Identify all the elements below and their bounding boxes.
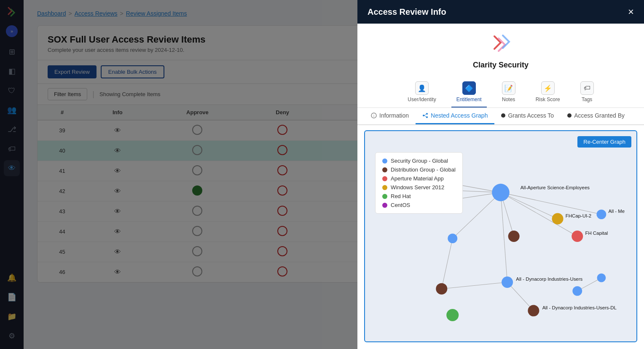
icon-tab-tags[interactable]: 🏷 Tags — [575, 78, 599, 107]
legend-dot-redhat — [382, 194, 387, 199]
app-name: Clarity Security — [473, 61, 529, 70]
node-fhcap-ui2-label: FHCap-UI-2 — [566, 213, 591, 218]
svg-line-13 — [501, 193, 507, 282]
svg-point-3 — [426, 113, 428, 115]
sub-tab-grants-access-to-label: Grants Access To — [508, 112, 554, 119]
legend-label-distribution-group: Distribution Group - Global — [391, 166, 456, 173]
access-granted-dot — [567, 113, 572, 118]
modal-body: Clarity Security 👤 User/Identity 🔷 Entit… — [357, 24, 644, 349]
graph-legend: Security Group - Global Distribution Gro… — [375, 152, 463, 214]
sub-tabs: i Information Nested Access Graph Grants… — [357, 108, 644, 125]
user-identity-icon: 👤 — [415, 81, 429, 95]
modal-overlay: Access Review Info × Clarity Security — [0, 0, 644, 349]
icon-tab-risk-score-label: Risk Score — [536, 97, 560, 102]
icon-tab-user-identity-label: User/Identity — [408, 97, 436, 102]
recenter-graph-button[interactable]: Re-Center Graph — [577, 136, 631, 148]
svg-point-4 — [426, 116, 428, 118]
icon-tab-risk-score[interactable]: ⚡ Risk Score — [531, 78, 565, 107]
svg-line-16 — [507, 282, 534, 311]
graph-container: Re-Center Graph Security Group - Global … — [357, 125, 644, 349]
sub-tab-access-granted[interactable]: Access Granted By — [561, 108, 631, 124]
icon-tabs: 👤 User/Identity 🔷 Entitlement 📝 Notes ⚡ … — [357, 75, 644, 108]
sub-tab-grants-access-to[interactable]: Grants Access To — [494, 108, 561, 124]
legend-item-redhat: Red Hat — [382, 193, 456, 199]
legend-item-centos: CentOS — [382, 202, 456, 208]
node-all-me[interactable] — [596, 209, 606, 219]
svg-line-17 — [442, 282, 507, 289]
legend-item-distribution-group: Distribution Group - Global — [382, 166, 456, 173]
node-fhcap-ui2[interactable] — [552, 213, 564, 224]
app-header: Clarity Security — [357, 24, 644, 75]
icon-tab-user-identity[interactable]: 👤 User/Identity — [402, 78, 441, 107]
risk-score-icon: ⚡ — [541, 81, 555, 95]
node-fh-capital-label: FH Capital — [585, 231, 608, 236]
icon-tab-tags-label: Tags — [582, 97, 592, 102]
legend-dot-windows-server — [382, 185, 387, 190]
notes-icon: 📝 — [502, 81, 515, 95]
svg-line-10 — [501, 193, 558, 219]
entitlement-icon: 🔷 — [462, 81, 476, 95]
node-aperture-employees-label: All-Aperture Science-Employees — [521, 185, 590, 190]
node-right-bottom2[interactable] — [597, 274, 606, 282]
legend-item-aperture-app: Aperture Material App — [382, 175, 456, 182]
legend-label-security-group: Security Group - Global — [391, 158, 448, 164]
svg-line-5 — [424, 114, 426, 116]
information-icon: i — [371, 113, 377, 118]
svg-point-2 — [423, 115, 424, 116]
node-dynacorp-users-label: All - Dynacorp Industries-Users — [516, 277, 582, 282]
node-green[interactable] — [446, 309, 459, 321]
sub-tab-information[interactable]: i Information — [364, 108, 416, 124]
node-fh-capital[interactable] — [572, 231, 583, 242]
node-mid-left[interactable] — [448, 234, 457, 243]
svg-text:i: i — [373, 114, 374, 118]
legend-label-aperture-app: Aperture Material App — [391, 175, 444, 182]
node-mid-center[interactable] — [508, 231, 520, 242]
icon-tab-entitlement-label: Entitlement — [456, 97, 482, 102]
icon-tab-notes-label: Notes — [502, 97, 515, 102]
icon-tab-entitlement[interactable]: 🔷 Entitlement — [451, 78, 487, 107]
node-aperture-employees[interactable] — [492, 184, 510, 201]
svg-line-6 — [424, 115, 426, 117]
access-review-modal: Access Review Info × Clarity Security — [357, 0, 644, 349]
graph-inner[interactable]: Re-Center Graph Security Group - Global … — [364, 130, 637, 342]
node-all-me-label: All - Me — [609, 209, 625, 214]
sub-tab-nested-access-graph[interactable]: Nested Access Graph — [416, 108, 494, 124]
svg-line-12 — [501, 193, 601, 215]
node-dynacorp-dl[interactable] — [528, 305, 539, 317]
legend-item-security-group: Security Group - Global — [382, 158, 456, 164]
sub-tab-access-granted-label: Access Granted By — [574, 112, 625, 119]
nested-access-graph-icon — [422, 113, 428, 118]
modal-title: Access Review Info — [368, 7, 446, 17]
node-dynacorp-users[interactable] — [502, 277, 513, 288]
legend-dot-centos — [382, 203, 387, 208]
legend-label-redhat: Red Hat — [391, 193, 411, 199]
node-dynacorp-dl-label: All - Dynacorp Industries-Users-DL — [542, 305, 617, 310]
modal-close-button[interactable]: × — [628, 7, 634, 17]
legend-dot-security-group — [382, 158, 387, 164]
tags-icon: 🏷 — [580, 81, 594, 95]
grants-access-dot — [501, 113, 505, 118]
svg-line-18 — [442, 239, 453, 289]
sub-tab-information-label: Information — [379, 112, 409, 119]
legend-label-centos: CentOS — [391, 202, 410, 208]
legend-dot-distribution-group — [382, 167, 387, 172]
node-bottom-left[interactable] — [436, 283, 447, 295]
icon-tab-notes[interactable]: 📝 Notes — [497, 78, 521, 107]
node-right-bottom1[interactable] — [572, 286, 582, 296]
legend-dot-aperture-app — [382, 176, 387, 181]
legend-label-windows-server: Windows Server 2012 — [391, 184, 444, 191]
legend-item-windows-server: Windows Server 2012 — [382, 184, 456, 191]
sub-tab-nested-access-graph-label: Nested Access Graph — [431, 112, 488, 119]
modal-header: Access Review Info × — [357, 0, 644, 24]
app-logo-modal — [488, 32, 513, 57]
